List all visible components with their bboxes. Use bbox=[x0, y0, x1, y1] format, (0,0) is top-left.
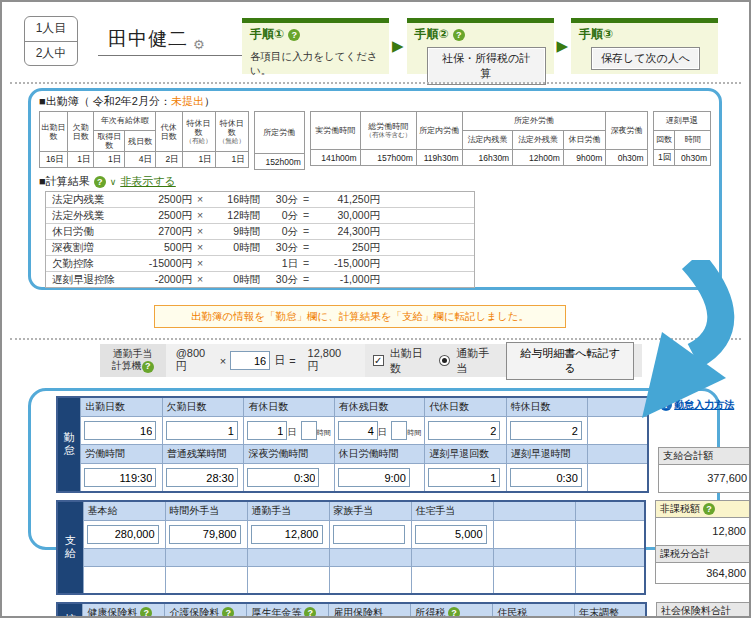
column-header: 家族手当 bbox=[329, 501, 411, 521]
attendance-days-input[interactable] bbox=[84, 421, 156, 440]
att-value-cell: 157h00m bbox=[360, 150, 416, 166]
att-header-cell: 回数 bbox=[653, 131, 675, 150]
column-header: 出勤日数 bbox=[81, 397, 163, 417]
family-allowance-input[interactable] bbox=[333, 525, 405, 544]
employee-name: 田中健二 bbox=[108, 26, 188, 52]
calc-row: 遅刻早退控除 -2000円 × 0時間 30分 = -1,000円 bbox=[46, 272, 474, 287]
empty-cell bbox=[588, 464, 648, 492]
shikyu-block: 支給 基本給 時間外手当 通勤手当 家族手当 住宅手当 bbox=[56, 500, 751, 596]
radio-selected-icon[interactable] bbox=[439, 355, 450, 366]
calc-item-mins: 30分 bbox=[260, 192, 298, 207]
help-icon[interactable]: ? bbox=[703, 503, 715, 515]
attendance-table-scheduled: 所定労働 152h00m bbox=[254, 111, 305, 170]
commute-calculator-bar: 通勤手当 計算機? @800円 × 日 = 12,800 円 ✓ 出勤日数 通勤… bbox=[100, 344, 642, 377]
column-header-empty bbox=[493, 548, 575, 566]
times-sign: × bbox=[192, 256, 208, 271]
help-icon[interactable]: ? bbox=[94, 176, 106, 188]
calc-item-hours: 12時間 bbox=[208, 208, 260, 223]
commute-checkbox-label: 出勤日数 bbox=[390, 346, 434, 376]
paid-leave-remaining-hours-input[interactable] bbox=[391, 421, 407, 440]
att-value-cell: 141h00m bbox=[310, 150, 360, 166]
paid-leave-days-input[interactable] bbox=[247, 421, 287, 440]
column-header-empty bbox=[247, 548, 329, 566]
column-header-empty bbox=[588, 445, 648, 464]
absence-days-input[interactable] bbox=[166, 421, 238, 440]
kintai-table: 勤怠 出勤日数 欠勤日数 有休日数 有休残日数 代休日数 特休日数 日 時間 日… bbox=[56, 396, 649, 493]
calc-row: 深夜割増 500円 × 0時間 30分 = 250円 bbox=[46, 240, 474, 256]
commute-options: ✓ 出勤日数 通勤手当 給与明細書へ転記する bbox=[365, 344, 642, 377]
help-icon[interactable]: ? bbox=[453, 29, 465, 41]
column-header-empty bbox=[493, 501, 575, 521]
paid-leave-remaining-days-input[interactable] bbox=[338, 421, 378, 440]
commute-label-line2: 計算機 bbox=[112, 360, 142, 371]
calc-item-amount: -15,000円 bbox=[314, 256, 380, 271]
housing-allowance-input[interactable] bbox=[415, 525, 487, 544]
calc-item-hours: 0時間 bbox=[208, 240, 260, 255]
paid-leave-hours-input[interactable] bbox=[301, 421, 317, 440]
holiday-hours-input[interactable] bbox=[338, 468, 410, 487]
calc-item-name: 欠勤控除 bbox=[52, 256, 134, 271]
chevron-down-icon: ∨ bbox=[110, 177, 117, 187]
att-value-cell: 1日 bbox=[215, 152, 248, 168]
equals-sign: = bbox=[298, 256, 314, 271]
person-counter-current: 1人目 bbox=[25, 17, 77, 42]
attendance-title: ■出勤簿（ 令和2年2月分：未提出） bbox=[39, 94, 711, 109]
column-header: 時間外手当 bbox=[165, 501, 247, 521]
input-cell bbox=[506, 464, 588, 492]
work-hours-input[interactable] bbox=[84, 468, 156, 487]
lateness-hours-input[interactable] bbox=[510, 468, 582, 487]
calc-row: 法定内残業 2500円 × 16時間 30分 = 41,250円 bbox=[46, 192, 474, 208]
column-header: 欠勤日数 bbox=[162, 397, 244, 417]
commute-formula: @800円 × 日 = 12,800 円 bbox=[166, 344, 365, 377]
commute-allowance-input[interactable] bbox=[251, 525, 323, 544]
att-value-cell: 1日 bbox=[182, 152, 215, 168]
calc-item-mins: 30分 bbox=[260, 272, 298, 287]
kojo-table: 控除 健康保険料 ? 介護保険料 ? 厚生年金等 ? 雇用保険料 所得税 ? 住… bbox=[56, 602, 647, 618]
att-header-cell: 特休日数（無給） bbox=[215, 112, 248, 152]
lateness-count-input[interactable] bbox=[428, 468, 500, 487]
hide-results-link[interactable]: 非表示する bbox=[120, 174, 176, 189]
commute-result: 12,800 円 bbox=[308, 347, 355, 374]
attendance-period: （ 令和2年2月分： bbox=[79, 95, 171, 107]
input-cell bbox=[425, 464, 507, 492]
att-value-cell: 9h00m bbox=[563, 150, 606, 166]
help-icon[interactable]: ? bbox=[288, 29, 300, 41]
gear-icon[interactable]: ⚙ bbox=[193, 37, 205, 52]
equals-sign: = bbox=[298, 208, 314, 223]
calc-item-mins: 30分 bbox=[260, 240, 298, 255]
empty-cell bbox=[83, 566, 165, 594]
calc-insurance-tax-button[interactable]: 社保・所得税の計算 bbox=[427, 47, 546, 85]
calc-item-rate: -15000円 bbox=[134, 256, 192, 271]
help-icon[interactable]: ? bbox=[140, 607, 152, 618]
att-header-cell: 代休日数 bbox=[156, 112, 183, 152]
commute-days-input[interactable] bbox=[230, 351, 270, 370]
base-salary-input[interactable] bbox=[87, 525, 159, 544]
att-header-cell: 取得日数 bbox=[94, 131, 125, 152]
night-hours-input[interactable] bbox=[247, 468, 319, 487]
calc-item-amount: 41,250円 bbox=[314, 192, 380, 207]
column-header: 雇用保険料 bbox=[329, 603, 411, 618]
help-icon[interactable]: ? bbox=[142, 361, 154, 373]
times-sign: × bbox=[192, 192, 208, 207]
step-1: 手順① ? 各項目に入力をしてください。 bbox=[242, 18, 389, 74]
overtime-allowance-input[interactable] bbox=[169, 525, 241, 544]
help-icon[interactable]: ? bbox=[304, 607, 316, 618]
equals-sign: = bbox=[298, 272, 314, 287]
equals-sign: = bbox=[298, 192, 314, 207]
att-value-cell: 1回 bbox=[653, 150, 675, 166]
overtime-hours-input[interactable] bbox=[166, 468, 238, 487]
column-header: 住宅手当 bbox=[411, 501, 493, 521]
checkbox-checked-icon[interactable]: ✓ bbox=[373, 355, 384, 366]
times-sign: × bbox=[220, 355, 226, 367]
special-leave-input[interactable] bbox=[510, 421, 582, 440]
input-cell bbox=[244, 464, 334, 492]
help-icon[interactable]: ? bbox=[222, 607, 234, 618]
column-header: 通勤手当 bbox=[247, 501, 329, 521]
substitute-leave-input[interactable] bbox=[428, 421, 500, 440]
commute-day-unit: 日 bbox=[274, 353, 285, 368]
help-icon[interactable]: ? bbox=[448, 607, 460, 618]
att-header-cell: 所定内労働 bbox=[416, 112, 462, 150]
step-3-topbar bbox=[571, 18, 718, 23]
save-next-person-button[interactable]: 保存して次の人へ bbox=[591, 47, 700, 70]
attendance-table-days: 出勤日数 欠勤日数 年次有給休暇 代休日数 特休日数（有給） 特休日数（無給） … bbox=[39, 111, 249, 168]
